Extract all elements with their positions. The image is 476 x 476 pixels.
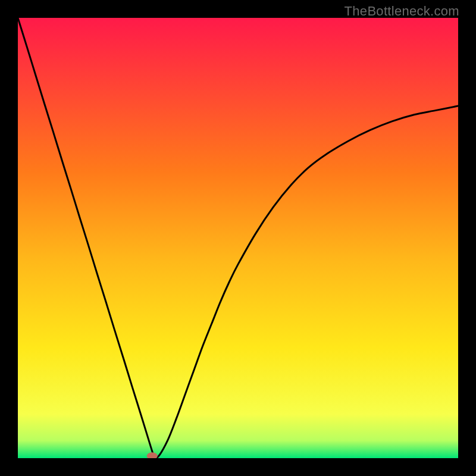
plot-area [18, 18, 458, 458]
plot-svg [18, 18, 458, 458]
watermark-text: TheBottleneck.com [345, 4, 459, 19]
gradient-background [18, 18, 458, 458]
chart-frame: TheBottleneck.com [0, 0, 476, 476]
